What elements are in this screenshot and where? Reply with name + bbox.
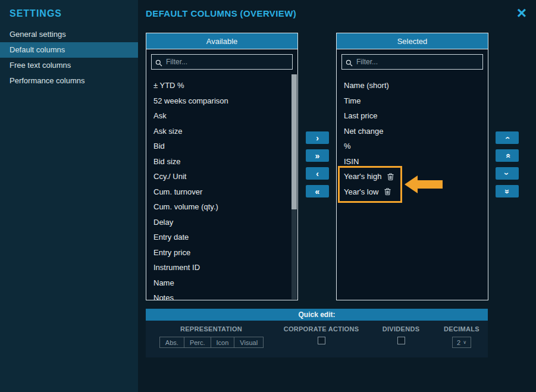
dividends-checkbox[interactable] [397,337,405,344]
available-column-item[interactable]: Name [146,275,297,291]
double-chevron-down-icon: » [502,189,512,194]
available-scrollbar[interactable] [291,74,297,299]
chevron-down-icon: ∨ [463,340,466,345]
decimals-label: DECIMALS [411,325,512,333]
available-column-item[interactable]: Ccy./ Unit [146,169,297,184]
available-panel-box: ± YTD %52 weeks comparisonAskAsk sizeBid… [146,49,298,300]
available-panel-header: Available [146,33,298,49]
chevron-right-icon: › [316,133,319,143]
quick-edit-header: Quick edit: [146,309,488,321]
available-column-item[interactable]: Delay [146,215,297,230]
chevron-up-icon: › [502,136,512,139]
available-column-item[interactable]: Bid size [146,154,297,170]
remove-all-button[interactable]: « [306,185,329,197]
decimals-value: 2 [457,339,460,346]
selected-column-item[interactable]: % [337,139,488,154]
transfer-buttons: › » ‹ « [306,131,329,203]
close-icon[interactable]: × [517,5,526,21]
available-filter-input[interactable] [152,55,292,69]
selected-column-label: Year's high [344,169,381,184]
available-column-item[interactable]: 52 weeks comparison [146,93,297,109]
trash-icon[interactable] [384,188,391,195]
selected-column-item[interactable]: Net change [337,124,488,139]
available-column-item[interactable]: Instrument ID [146,260,297,275]
sidebar-item-performance-columns[interactable]: Performance columns [0,73,138,89]
chevron-down-icon: › [502,172,512,175]
representation-label: REPRESENTATION [152,325,271,333]
selected-filter-input[interactable] [342,55,482,69]
selected-panel: Selected Name (short)TimeLast priceNet c… [336,33,488,300]
scrollbar-thumb[interactable] [291,74,297,209]
available-column-item[interactable]: ± YTD % [146,78,297,93]
selected-column-item[interactable]: Time [337,93,488,109]
settings-dialog: SETTINGS General settingsDefault columns… [0,0,536,392]
available-column-item[interactable]: Ask [146,108,297,124]
selected-column-item[interactable]: Year's low [337,184,488,200]
representation-abs-button[interactable]: Abs. [159,337,184,348]
reorder-buttons: › » › » [496,131,519,203]
selected-panel-box: Name (short)TimeLast priceNet change%ISI… [336,49,488,300]
available-column-item[interactable]: Ask size [146,124,297,139]
move-bottom-button[interactable]: » [496,185,519,197]
available-column-item[interactable]: Cum. turnover [146,184,297,200]
selected-column-label: Net change [344,124,384,139]
selected-panel-header: Selected [336,33,488,49]
selected-column-label: ISIN [344,154,359,170]
selected-filter [341,54,483,70]
selected-column-label: Last price [344,108,377,124]
representation-buttons: Abs.Perc.IconVisual [152,337,271,348]
sidebar-menu: General settingsDefault columnsFree text… [0,27,138,89]
selected-column-label: Time [344,93,361,109]
sidebar-item-free-text-columns[interactable]: Free text columns [0,58,138,73]
selected-column-label: % [344,139,351,154]
representation-perc-button[interactable]: Perc. [184,337,211,348]
trash-icon[interactable] [387,173,394,180]
chevron-left-icon: ‹ [316,169,319,178]
selected-column-item[interactable]: Name (short) [337,78,488,93]
move-top-button[interactable]: » [496,149,519,162]
selected-column-label: Year's low [344,184,378,200]
available-column-item[interactable]: Bid [146,139,297,154]
double-chevron-up-icon: » [502,153,512,158]
representation-visual-button[interactable]: Visual [234,337,264,348]
sidebar-title: SETTINGS [0,0,138,27]
selected-column-item[interactable]: ISIN [337,154,488,170]
available-column-item[interactable]: Notes [146,290,297,300]
sidebar-item-general-settings[interactable]: General settings [0,27,138,42]
double-chevron-right-icon: » [315,151,320,161]
sidebar-item-default-columns[interactable]: Default columns [0,42,138,58]
add-all-button[interactable]: » [306,149,329,162]
move-up-button[interactable]: › [496,131,519,144]
corporate-actions-checkbox[interactable] [318,337,325,344]
available-column-item[interactable]: Cum. volume (qty.) [146,199,297,215]
selected-column-item[interactable]: Last price [337,108,488,124]
selected-column-label: Name (short) [344,78,389,93]
remove-button[interactable]: ‹ [306,167,329,180]
decimals-select[interactable]: 2 ∨ [452,337,471,348]
representation-group: REPRESENTATION Abs.Perc.IconVisual [152,325,271,348]
available-filter [151,54,293,70]
available-column-item[interactable]: Entry date [146,230,297,245]
available-panel: Available ± YTD %52 weeks comparisonAskA… [146,33,298,300]
add-button[interactable]: › [306,131,329,144]
page-title: DEFAULT COLUMNS (OVERVIEW) [146,8,296,18]
quick-edit-panel: REPRESENTATION Abs.Perc.IconVisual CORPO… [146,321,488,357]
representation-icon-button[interactable]: Icon [211,337,235,348]
settings-sidebar: SETTINGS General settingsDefault columns… [0,0,138,392]
decimals-group: DECIMALS 2 ∨ [411,325,512,348]
selected-column-item[interactable]: Year's high [337,169,488,184]
selected-list: Name (short)TimeLast priceNet change%ISI… [337,74,488,199]
move-down-button[interactable]: › [496,167,519,180]
double-chevron-left-icon: « [315,187,320,196]
available-list: ± YTD %52 weeks comparisonAskAsk sizeBid… [146,74,297,300]
available-column-item[interactable]: Entry price [146,245,297,261]
